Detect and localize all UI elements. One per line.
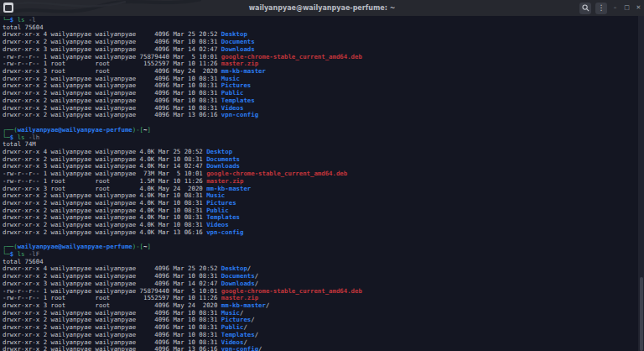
terminal-line: └─$ ls -lF bbox=[3, 251, 637, 259]
scrollbar[interactable] bbox=[638, 16, 644, 351]
search-icon bbox=[582, 4, 589, 12]
terminal-line: drwxr-xr-x 2 wailyanpyae wailyanpyae 409… bbox=[3, 346, 637, 351]
search-button[interactable] bbox=[579, 3, 591, 14]
terminal-output[interactable]: └─$ ls -ltotal 75604drwxr-xr-x 4 wailyan… bbox=[3, 17, 637, 351]
titlebar-controls: ⋮ – □ ✕ bbox=[579, 0, 642, 16]
terminal-line: drwxr-xr-x 2 wailyanpyae wailyanpyae 4.0… bbox=[3, 229, 637, 237]
window-title: wailyanpyae@wailyanpyae-perfume: ~ bbox=[0, 0, 644, 16]
kebab-menu-icon: ⋮ bbox=[598, 4, 605, 12]
maximize-button[interactable]: □ bbox=[623, 0, 631, 16]
terminal-line: └─$ ls -lh bbox=[3, 134, 637, 142]
close-button[interactable]: ✕ bbox=[635, 0, 642, 16]
menu-button[interactable]: ⋮ bbox=[595, 3, 607, 14]
scrollbar-thumb[interactable] bbox=[640, 277, 643, 351]
terminal-line: ┌──(wailyanpyae@wailyanpyae-perfume)-[~] bbox=[3, 244, 637, 251]
title-bar: wailyanpyae@wailyanpyae-perfume: ~ ⋮ – □… bbox=[0, 0, 644, 16]
terminal-line: └─$ ls -l bbox=[3, 17, 637, 24]
terminal-line: drwxr-xr-x 2 wailyanpyae wailyanpyae 409… bbox=[3, 112, 637, 119]
terminal-line: ┌──(wailyanpyae@wailyanpyae-perfume)-[~] bbox=[3, 127, 637, 134]
terminal-window: wailyanpyae@wailyanpyae-perfume: ~ ⋮ – □… bbox=[0, 0, 644, 351]
minimize-button[interactable]: – bbox=[611, 0, 619, 16]
